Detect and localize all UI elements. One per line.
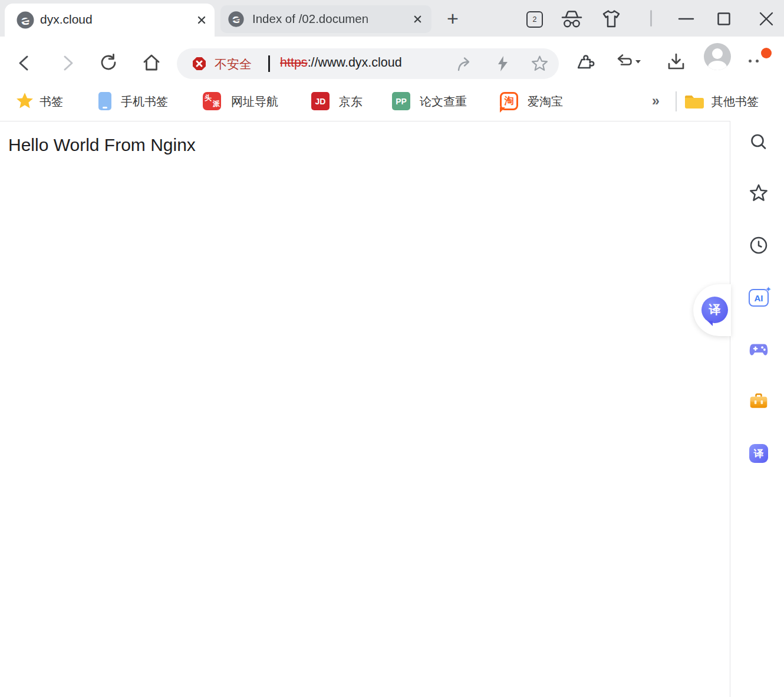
tab-dyx-cloud[interactable]: e dyx.cloud xyxy=(5,4,215,37)
page-content: Hello World From Nginx xyxy=(0,121,730,697)
forward-icon[interactable] xyxy=(59,54,77,75)
security-status-label: 不安全 xyxy=(215,56,252,73)
bookmark-label[interactable]: 书签 xyxy=(39,94,63,110)
tab-title: dyx.cloud xyxy=(40,12,93,27)
minimize-icon[interactable] xyxy=(678,12,694,28)
url-separator xyxy=(268,55,270,72)
bookmark-label[interactable]: 京东 xyxy=(339,94,363,110)
bookmarks-separator xyxy=(676,91,677,111)
download-icon[interactable] xyxy=(666,52,686,74)
avatar-head xyxy=(712,48,723,59)
titlebar-separator xyxy=(650,10,652,27)
home-icon[interactable] xyxy=(141,52,162,75)
bookmarks-overflow-chevron[interactable]: » xyxy=(652,93,660,109)
translate-icon-text: 译 xyxy=(754,447,764,461)
close-icon[interactable] xyxy=(196,15,207,28)
games-controller-icon[interactable] xyxy=(749,340,769,360)
translate-bubble-icon[interactable]: 译 xyxy=(701,297,728,323)
taobao-icon[interactable]: 淘 xyxy=(500,92,518,110)
search-icon[interactable] xyxy=(749,132,769,152)
not-secure-badge-icon xyxy=(192,57,206,73)
sparkle-icon: ✦ xyxy=(765,285,772,294)
url-scheme: https xyxy=(280,55,308,70)
profile-avatar[interactable] xyxy=(704,43,731,70)
avatar-body xyxy=(708,61,727,70)
bookmark-label[interactable]: 网址导航 xyxy=(231,94,278,110)
more-menu-icon[interactable] xyxy=(746,47,777,68)
share-icon[interactable] xyxy=(456,55,473,75)
back-icon[interactable] xyxy=(15,54,33,75)
extensions-puzzle-icon[interactable] xyxy=(578,52,597,73)
navigation-bar: 不安全 https://www.dyx.cloud xyxy=(0,37,784,83)
history-clock-icon[interactable] xyxy=(749,235,769,255)
multi-window-icon[interactable]: 2 xyxy=(526,11,543,28)
undo-history-icon[interactable] xyxy=(613,53,644,73)
maximize-icon[interactable] xyxy=(717,12,731,28)
menu-dot xyxy=(756,60,759,63)
site-favicon: e xyxy=(16,11,35,32)
window-close-icon[interactable] xyxy=(759,12,774,28)
tab-index-of[interactable]: e Index of /02.documen xyxy=(220,5,431,33)
new-tab-button[interactable]: + xyxy=(441,6,465,31)
bookmarks-bar: 书签 手机书签 头 派 网址导航 JD 京东 PP 论文查重 淘 爱淘宝 » 其… xyxy=(0,83,784,121)
page-text: Hello World From Nginx xyxy=(8,135,196,155)
incognito-icon[interactable] xyxy=(560,10,584,31)
folder-icon[interactable] xyxy=(684,93,705,113)
translate-fab-text: 译 xyxy=(709,302,721,318)
jd-icon[interactable]: JD xyxy=(311,92,330,110)
theme-tshirt-icon[interactable] xyxy=(601,9,621,31)
bookmark-star-icon[interactable] xyxy=(531,55,548,74)
icon-char: 头 xyxy=(205,93,212,103)
tab-title: Index of /02.documen xyxy=(252,12,396,26)
multi-window-count: 2 xyxy=(533,15,537,24)
star-icon xyxy=(15,91,34,110)
ai-icon-text: AI xyxy=(755,293,763,303)
tab-bar: e dyx.cloud e Index of /02.documen xyxy=(0,0,784,37)
phone-icon[interactable] xyxy=(98,92,111,110)
notification-dot xyxy=(761,48,772,58)
url-display[interactable]: https://www.dyx.cloud xyxy=(280,55,402,70)
pp-icon[interactable]: PP xyxy=(392,92,410,110)
menu-dot xyxy=(749,60,752,63)
translate-icon[interactable]: 译 xyxy=(749,443,769,463)
bookmark-label[interactable]: 爱淘宝 xyxy=(528,94,563,110)
bookmark-label[interactable]: 论文查重 xyxy=(420,94,467,110)
nav-site-icon[interactable]: 头 派 xyxy=(203,92,221,110)
reload-icon[interactable] xyxy=(100,53,118,74)
favorites-star-icon[interactable] xyxy=(749,183,769,203)
bookmark-item-shuqian[interactable] xyxy=(15,91,34,113)
side-toolbar: AI ✦ xyxy=(731,121,784,697)
icon-char: 派 xyxy=(213,99,220,109)
toolbox-briefcase-icon[interactable] xyxy=(749,391,769,411)
browser-window: e dyx.cloud e Index of /02.documen xyxy=(0,0,784,697)
address-bar[interactable]: 不安全 https://www.dyx.cloud xyxy=(177,48,559,79)
ai-assistant-icon[interactable]: AI ✦ xyxy=(749,288,769,308)
site-favicon: e xyxy=(228,11,245,30)
other-bookmarks-label[interactable]: 其他书签 xyxy=(711,94,759,110)
close-icon[interactable] xyxy=(413,14,423,27)
lightning-icon[interactable] xyxy=(495,55,510,74)
bookmark-label[interactable]: 手机书签 xyxy=(121,94,168,110)
url-rest: ://www.dyx.cloud xyxy=(308,55,402,70)
